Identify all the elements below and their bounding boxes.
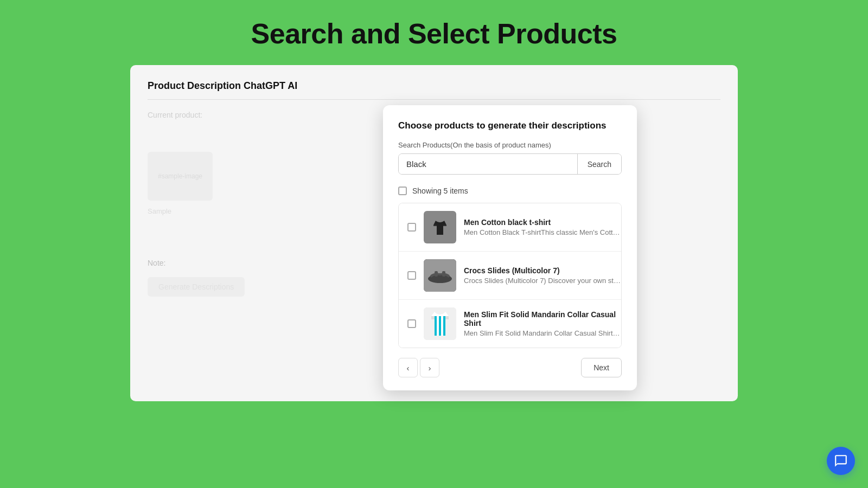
search-input[interactable] [399, 154, 577, 174]
sample-image: #sample-image [148, 152, 213, 201]
product-checkbox-1[interactable] [407, 223, 416, 232]
product-checkbox-2[interactable] [407, 271, 416, 280]
table-row: Crocs Slides (Multicolor 7) Crocs Slides… [399, 252, 621, 300]
table-row: Men Slim Fit Solid Mandarin Collar Casua… [399, 300, 621, 348]
app-header: Product Description ChatGPT AI [148, 80, 720, 100]
product-name-2: Crocs Slides (Multicolor 7) [464, 266, 621, 275]
select-all-row: Showing 5 items [398, 184, 622, 197]
product-info-2: Crocs Slides (Multicolor 7) Crocs Slides… [464, 266, 621, 285]
product-name-3: Men Slim Fit Solid Mandarin Collar Casua… [464, 310, 621, 328]
chevron-right-icon: › [429, 363, 431, 373]
search-button[interactable]: Search [577, 154, 621, 174]
product-list: Men Cotton black t-shirt Men Cotton Blac… [398, 203, 622, 348]
generate-btn-bg: Generate Descriptions [148, 277, 245, 297]
product-checkbox-3[interactable] [407, 319, 416, 328]
product-desc-3: Men Slim Fit Solid Mandarin Collar Casua… [464, 329, 621, 337]
search-label: Search Products(On the basis of product … [398, 141, 622, 149]
product-image-3 [424, 307, 456, 340]
prev-page-button[interactable]: ‹ [398, 358, 418, 377]
next-page-button[interactable]: › [420, 358, 439, 377]
table-row: Men Cotton black t-shirt Men Cotton Blac… [399, 203, 621, 252]
search-row: Search [398, 153, 622, 175]
pagination-buttons: ‹ › [398, 358, 439, 377]
svg-rect-8 [443, 316, 445, 336]
app-container: Product Description ChatGPT AI Current p… [130, 65, 738, 401]
product-desc-2: Crocs Slides (Multicolor 7) Discover you… [464, 277, 621, 285]
product-name-1: Men Cotton black t-shirt [464, 218, 621, 227]
product-info-3: Men Slim Fit Solid Mandarin Collar Casua… [464, 310, 621, 337]
chevron-left-icon: ‹ [407, 363, 410, 373]
product-desc-1: Men Cotton Black T-shirtThis classic Men… [464, 228, 621, 236]
product-image-1 [424, 211, 456, 243]
modal-title: Choose products to generate their descri… [398, 120, 622, 131]
svg-rect-6 [435, 316, 437, 336]
pagination-row: ‹ › Next [398, 358, 622, 377]
app-body: Current product: #sample-image Sample No… [148, 111, 720, 297]
page-title: Search and Select Products [0, 0, 868, 65]
next-button[interactable]: Next [581, 358, 622, 377]
product-info-1: Men Cotton black t-shirt Men Cotton Blac… [464, 218, 621, 236]
select-all-checkbox[interactable] [398, 187, 407, 195]
svg-rect-3 [435, 271, 438, 277]
chat-icon [834, 454, 848, 468]
product-image-2 [424, 259, 456, 292]
modal-overlay: Choose products to generate their descri… [299, 105, 720, 297]
svg-rect-7 [439, 316, 441, 336]
showing-items-label: Showing 5 items [412, 187, 468, 195]
product-modal: Choose products to generate their descri… [383, 105, 637, 390]
svg-rect-4 [442, 271, 445, 277]
chat-bubble-button[interactable] [827, 447, 855, 475]
